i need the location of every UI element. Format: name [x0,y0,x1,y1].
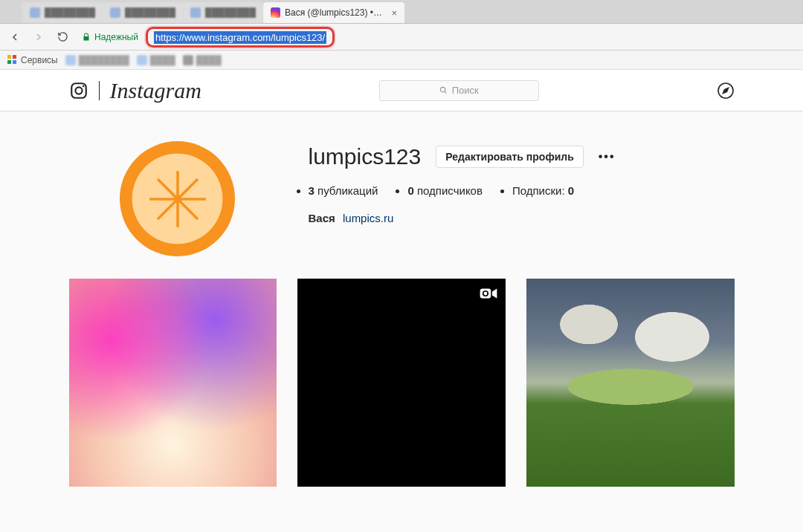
instagram-navbar: Instagram Поиск [0,70,803,111]
bookmarks-bar: Сервисы ████████ ████ ████ [0,51,803,70]
bookmark-item[interactable]: ████████ [65,55,129,65]
address-bar[interactable]: Надежный https://www.instagram.com/lumpi… [77,27,335,47]
stat-following[interactable]: Подписки: 0 [512,184,574,197]
apps-grid-icon [7,55,18,65]
url-text[interactable]: https://www.instagram.com/lumpics123/ [154,31,326,44]
back-button[interactable] [6,28,24,46]
profile-display-name: Вася [309,212,335,224]
url-highlight-annotation: https://www.instagram.com/lumpics123/ [146,27,335,48]
instagram-favicon [271,7,280,18]
reload-button[interactable] [54,28,71,46]
bookmarks-services-label: Сервисы [21,55,58,65]
profile-username: lumpics123 [309,144,422,169]
svg-line-12 [158,179,178,199]
svg-line-6 [178,179,198,199]
secure-indicator: Надежный [77,32,143,42]
profile-more-button[interactable]: ••• [599,150,616,163]
secure-label: Надежный [94,32,138,42]
post-thumbnail[interactable] [526,279,735,487]
search-input[interactable]: Поиск [379,80,539,101]
profile-avatar[interactable] [120,141,235,256]
browser-tab-inactive[interactable]: ████████ [22,2,103,23]
explore-button[interactable] [717,82,735,100]
compass-icon [717,82,735,100]
browser-toolbar: Надежный https://www.instagram.com/lumpi… [0,24,803,51]
tab-title: Вася (@lumpics123) • Ф… [285,7,384,18]
post-gallery [54,279,749,487]
browser-tab-strip: ████████ ████████ ████████ Вася (@lumpic… [0,0,803,24]
instagram-logo[interactable]: Instagram [69,78,201,103]
browser-tab-inactive[interactable]: ████████ [183,2,263,23]
edit-profile-button[interactable]: Редактировать профиль [436,146,584,168]
stat-followers[interactable]: 0 подписчиков [407,184,482,197]
search-placeholder: Поиск [452,85,479,96]
svg-line-10 [158,199,178,219]
logo-divider [99,81,100,100]
search-icon [439,86,448,94]
svg-point-16 [483,292,487,296]
bookmarks-services[interactable]: Сервисы [7,55,58,65]
stat-posts[interactable]: 3 публикаций [309,184,378,197]
browser-tab-active[interactable]: Вася (@lumpics123) • Ф… × [263,2,404,23]
svg-point-13 [173,195,181,203]
page-content: Instagram Поиск [0,70,803,487]
post-thumbnail[interactable] [69,279,277,487]
bookmark-item[interactable]: ████ [137,55,175,65]
profile-bio: Вася lumpics.ru [309,212,735,224]
forward-button[interactable] [30,28,48,46]
svg-line-8 [178,199,198,219]
profile-section: lumpics123 Редактировать профиль ••• 3 п… [54,111,749,279]
svg-point-1 [75,87,82,94]
profile-website-link[interactable]: lumpics.ru [343,212,393,224]
svg-point-2 [82,85,84,87]
lock-icon [82,33,91,42]
post-thumbnail[interactable] [297,279,506,487]
video-indicator-icon [479,286,498,304]
svg-point-3 [440,87,445,91]
profile-stats: 3 публикаций 0 подписчиков Подписки: 0 [309,184,735,197]
instagram-glyph-icon [69,81,88,100]
instagram-wordmark: Instagram [110,78,201,103]
bookmark-item[interactable]: ████ [183,55,222,65]
avatar-image [144,166,211,233]
browser-tab-inactive[interactable]: ████████ [103,2,183,23]
tab-close-icon[interactable]: × [391,7,397,19]
